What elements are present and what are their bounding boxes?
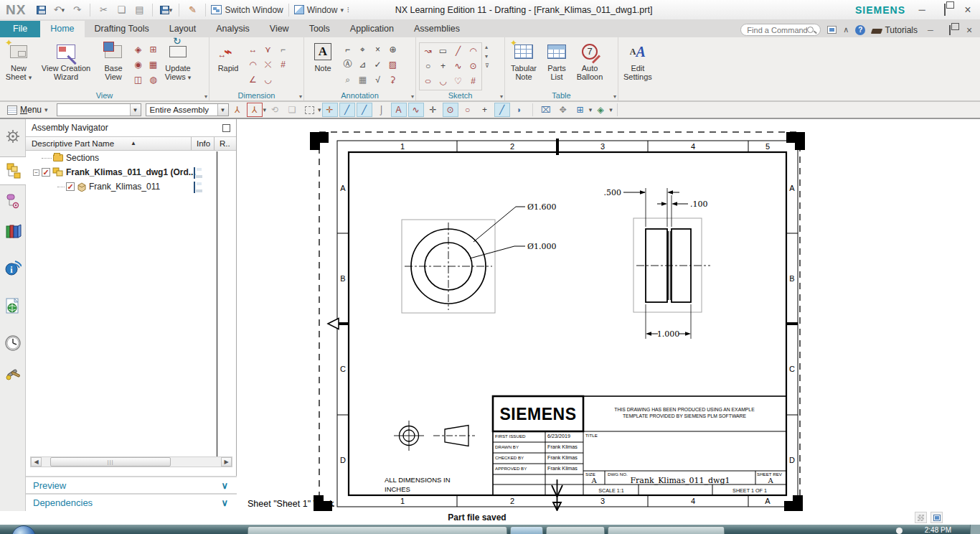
column-r[interactable]: R.. — [220, 139, 230, 148]
tabular-note-button[interactable]: Tabular Note — [508, 39, 540, 83]
taskbar-button-3[interactable] — [546, 526, 605, 534]
minimize-button[interactable]: ─ — [915, 4, 928, 15]
section-view-icon[interactable]: ⊞ — [146, 42, 161, 56]
shaded-display-icon[interactable]: ◈ — [593, 103, 608, 117]
datum-feature-icon[interactable]: ⊿ — [355, 57, 370, 71]
tab-layout[interactable]: Layout — [159, 21, 207, 37]
circle-point-icon[interactable]: ○ — [460, 103, 476, 117]
column-divider[interactable] — [191, 137, 192, 150]
tab-drafting-tools[interactable]: Drafting Tools — [85, 21, 159, 37]
rectangle-select-icon[interactable] — [301, 103, 317, 117]
scroll-down-icon[interactable]: ▾ — [485, 53, 489, 60]
pattern-curve-icon[interactable]: # — [466, 74, 481, 88]
thickness-dimension-icon[interactable]: ⤬ — [260, 57, 275, 71]
circle-icon[interactable]: ○ — [420, 59, 435, 72]
drawing-sheet[interactable]: Sheet "Sheet 1" Work — [242, 119, 980, 511]
plus-point-icon[interactable]: + — [477, 103, 493, 117]
find-command-input[interactable] — [747, 26, 807, 34]
profile-icon[interactable]: ↝ — [420, 44, 435, 57]
constraint-navigator-tab-icon[interactable] — [0, 187, 26, 215]
save-state-icon[interactable] — [194, 168, 195, 178]
chamfer-dimension-icon[interactable]: ⋎ — [260, 42, 275, 56]
weld-symbol-icon[interactable]: ⚳ — [385, 72, 400, 86]
taskbar-clock[interactable]: 2:48 PM — [925, 526, 951, 534]
dependencies-pane-header[interactable]: Dependencies ∨ — [26, 493, 237, 512]
web-browser-tab-icon[interactable] — [0, 291, 26, 320]
select-all-icon[interactable]: ⟲ — [267, 103, 283, 117]
id-symbol-icon[interactable]: Ⓐ — [340, 57, 355, 71]
hole-dimension-icon[interactable]: # — [275, 57, 291, 71]
break-view-icon[interactable]: ▦ — [146, 57, 161, 71]
undo-icon[interactable]: ↶▾ — [51, 3, 67, 17]
save-icon[interactable] — [33, 3, 49, 17]
group-annotation-more-icon[interactable]: ▾ — [411, 93, 414, 100]
undock-panel-icon[interactable] — [222, 124, 230, 132]
inner-diameter-dimension[interactable]: Ø1.000 — [527, 242, 557, 251]
arc-length-dimension-icon[interactable]: ◡ — [260, 72, 275, 86]
new-sheet-button[interactable]: New Sheet ▾ — [3, 39, 34, 83]
navigator-horizontal-scrollbar[interactable]: ◀ ||| ▶ — [30, 456, 232, 467]
symbol-find-icon[interactable]: ⌕ — [340, 72, 355, 86]
performance-flag-icon[interactable] — [915, 512, 927, 523]
start-button[interactable] — [11, 525, 36, 534]
control-point-icon[interactable]: ⌡ — [374, 103, 390, 117]
scroll-up-icon[interactable]: ▴ — [485, 44, 489, 50]
balloon-note-icon[interactable]: ⌖ — [355, 42, 370, 56]
rectangle-icon[interactable]: ▭ — [435, 44, 451, 57]
rapid-dimension-button[interactable]: ⌁ Rapid — [212, 39, 244, 74]
offset-curve-icon[interactable]: ♡ — [451, 74, 466, 88]
tree-row-part[interactable]: ✓ Frank_Klimas_011 — [26, 179, 236, 194]
palette-icon[interactable]: ◗ — [512, 103, 527, 117]
image-icon[interactable]: ▦ — [355, 72, 370, 86]
hd3d-tools-tab-icon[interactable]: i — [0, 254, 26, 283]
window-grid-icon[interactable]: ⊞ — [573, 103, 588, 117]
help-icon[interactable]: ? — [855, 25, 865, 35]
assembly-navigator-tab-icon[interactable] — [0, 156, 27, 185]
intersection-symbol-icon[interactable]: × — [370, 42, 385, 56]
scroll-right-icon[interactable]: ▶ — [221, 457, 232, 467]
line-icon[interactable]: ╱ — [451, 44, 466, 57]
snap-filter-icon[interactable]: ⅄ — [230, 103, 245, 117]
group-view-more-icon[interactable]: ▾ — [204, 93, 207, 100]
menu-button[interactable]: Menu ▾ — [3, 105, 52, 115]
tutorials-button[interactable]: Tutorials — [872, 25, 918, 35]
arc-center-point-icon[interactable]: ⊙ — [443, 103, 458, 117]
resource-bar-options-gear-icon[interactable] — [0, 122, 26, 151]
chevron-down-icon[interactable]: ▾ — [609, 106, 613, 113]
graphics-window[interactable]: Sheet "Sheet 1" Work — [242, 119, 980, 511]
history-tab-icon[interactable] — [0, 329, 26, 357]
checkbox-checked[interactable]: ✓ — [66, 182, 75, 191]
doc-restore-button[interactable] — [943, 26, 956, 34]
expand-gallery-icon[interactable]: ⊽ — [485, 62, 489, 69]
minimize-ribbon-icon[interactable]: ∧ — [843, 25, 849, 34]
reuse-library-tab-icon[interactable] — [0, 217, 26, 245]
edit-settings-button[interactable]: AA Edit Settings — [621, 39, 654, 83]
group-table-more-icon[interactable]: ▾ — [613, 93, 616, 100]
tab-analysis[interactable]: Analysis — [206, 21, 260, 37]
update-views-button[interactable]: Update Views ▾ — [162, 39, 194, 83]
process-tools-tab-icon[interactable] — [0, 359, 26, 388]
column-divider[interactable] — [214, 137, 215, 150]
snap-point-icon[interactable]: ✛ — [322, 103, 338, 117]
taskbar-button-4[interactable] — [608, 526, 725, 534]
scroll-left-icon[interactable]: ◀ — [31, 457, 42, 467]
chevron-down-icon[interactable]: ▾ — [318, 106, 321, 113]
tab-application[interactable]: Application — [340, 21, 404, 37]
group-dimension-more-icon[interactable]: ▾ — [299, 93, 302, 100]
linear-dimension-icon[interactable]: ↔ — [245, 42, 260, 56]
tree-row-drawing[interactable]: − ✓ Frank_Klimas_011_dwg1 (Ord... — [26, 165, 236, 179]
arc-point-icon[interactable]: ✛ — [425, 103, 441, 117]
detail-view-icon[interactable]: ◉ — [131, 57, 146, 71]
note-button[interactable]: A Note — [307, 39, 339, 74]
feature-control-frame-icon[interactable]: ⌐ — [340, 42, 355, 56]
tab-assemblies[interactable]: Assemblies — [404, 21, 470, 37]
angular-dimension-icon[interactable]: ∠ — [245, 72, 260, 86]
pan-icon[interactable]: ✥ — [555, 103, 571, 117]
auto-balloon-button[interactable]: 7 Auto Balloon — [574, 39, 606, 83]
spline-point-icon[interactable]: ∿ — [408, 103, 424, 117]
taskbar-button-1[interactable] — [248, 526, 507, 534]
doc-minimize-button[interactable]: ─ — [924, 26, 937, 34]
target-point-icon[interactable]: ⊕ — [385, 42, 400, 56]
surface-finish-icon[interactable]: √ — [370, 72, 385, 86]
show-desktop-button[interactable] — [970, 525, 980, 534]
